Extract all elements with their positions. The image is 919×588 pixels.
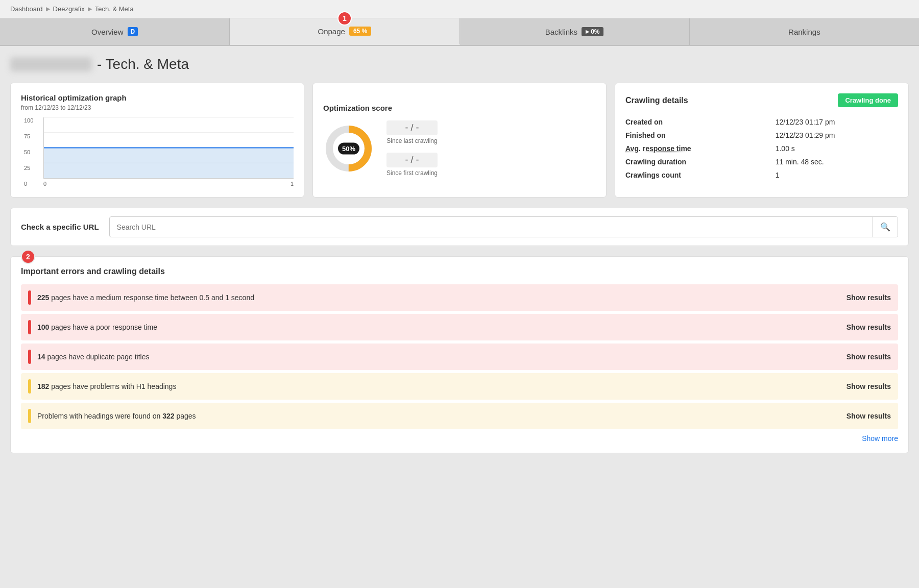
error-show-results-button[interactable]: Show results (847, 323, 891, 331)
score-since-first: - / - Since first crawling (386, 153, 438, 177)
error-rows-container: 225 pages have a medium response time be… (21, 284, 898, 429)
crawl-table-row: Finished on12/12/23 01:29 pm (625, 129, 898, 142)
error-row[interactable]: Problems with headings were found on 322… (21, 403, 898, 429)
error-indicator (28, 290, 31, 305)
show-more-button[interactable]: Show more (862, 434, 898, 443)
error-row[interactable]: 182 pages have problems with H1 headings… (21, 373, 898, 400)
url-search-input[interactable] (110, 218, 873, 236)
page-title-text: - Tech. & Meta (97, 56, 189, 72)
crawl-row-value: 12/12/23 01:29 pm (776, 129, 898, 142)
url-check-label: Check a specific URL (21, 223, 99, 231)
tab-backlinks-label: Backlinks (545, 28, 577, 36)
svg-marker-4 (44, 148, 294, 179)
crawl-row-value: 11 min. 48 sec. (776, 155, 898, 168)
crawl-header: Crawling details Crawling done (625, 93, 898, 107)
error-bold: 14 (37, 353, 45, 361)
crawl-row-label: Crawling duration (625, 155, 776, 168)
score-content: 50% - / - Since last crawling - / - Sinc… (323, 120, 596, 177)
crawl-row-label: Crawlings count (625, 168, 776, 182)
page-title: - Tech. & Meta (10, 56, 909, 72)
error-show-results-button[interactable]: Show results (847, 353, 891, 361)
crawl-row-label: Finished on (625, 129, 776, 142)
tab-backlinks[interactable]: Backlinks 0% (460, 18, 690, 45)
crawl-table-row: Created on12/12/23 01:17 pm (625, 115, 898, 129)
tab-overview-label: Overview (91, 28, 124, 36)
error-text: 225 pages have a medium response time be… (37, 293, 847, 302)
breadcrumb: Dashboard ▶ Deezgrafix ▶ Tech. & Meta (0, 0, 919, 18)
score-since-last-value: - / - (386, 120, 438, 135)
error-indicator (28, 320, 31, 334)
error-text: 100 pages have a poor response time (37, 323, 847, 331)
main-content: - Tech. & Meta Historical optimization g… (0, 46, 919, 463)
show-more-link: Show more (21, 434, 898, 443)
crawl-title: Crawling details (625, 96, 688, 105)
tab-backlinks-badge: 0% (582, 27, 603, 36)
tab-rankings[interactable]: Rankings (690, 18, 919, 45)
error-show-results-button[interactable]: Show results (847, 382, 891, 390)
crawl-table-row: Avg. response time1.00 s (625, 142, 898, 155)
score-values: - / - Since last crawling - / - Since fi… (386, 120, 438, 177)
error-bold: 322 (162, 412, 174, 420)
crawling-done-badge: Crawling done (838, 93, 898, 107)
score-since-first-label: Since first crawling (386, 169, 438, 177)
score-since-last: - / - Since last crawling (386, 120, 438, 144)
error-row[interactable]: 225 pages have a medium response time be… (21, 284, 898, 311)
step-2-circle: 2 (21, 250, 35, 264)
crawl-row-label: Created on (625, 115, 776, 129)
errors-title: Important errors and crawling details (21, 267, 898, 276)
error-text: Problems with headings were found on 322… (37, 412, 847, 420)
error-row[interactable]: 100 pages have a poor response timeShow … (21, 314, 898, 340)
crawl-row-value: 1.00 s (776, 142, 898, 155)
step-1-circle: 1 (337, 11, 352, 26)
chart-svg (43, 117, 294, 179)
crawl-table-row: Crawling duration11 min. 48 sec. (625, 155, 898, 168)
error-bold: 100 (37, 323, 49, 331)
search-icon: 🔍 (880, 223, 890, 231)
chart-y-labels: 100 75 50 25 0 (24, 117, 33, 187)
page-title-blur (10, 57, 92, 71)
url-search-button[interactable]: 🔍 (873, 217, 898, 237)
error-indicator (28, 350, 31, 364)
breadcrumb-deezgrafix[interactable]: Deezgrafix (53, 5, 85, 13)
crawl-table: Created on12/12/23 01:17 pmFinished on12… (625, 115, 898, 182)
error-text: 14 pages have duplicate page titles (37, 353, 847, 361)
error-indicator (28, 379, 31, 394)
optimization-score-card: Optimization score 50% - / - (312, 83, 607, 198)
graph-title: Historical optimization graph (21, 93, 294, 102)
score-since-first-value: - / - (386, 153, 438, 167)
error-show-results-button[interactable]: Show results (847, 412, 891, 420)
error-row[interactable]: 14 pages have duplicate page titlesShow … (21, 344, 898, 370)
error-bold: 225 (37, 293, 49, 302)
cards-row: Historical optimization graph from 12/12… (10, 83, 909, 198)
tab-bar: Overview D 1 Onpage 65 % Backlinks 0% Ra… (0, 18, 919, 46)
breadcrumb-sep-2: ▶ (88, 6, 92, 12)
breadcrumb-dashboard[interactable]: Dashboard (10, 5, 43, 13)
url-check-card: Check a specific URL 🔍 (10, 208, 909, 246)
error-indicator (28, 409, 31, 423)
url-search-wrapper[interactable]: 🔍 (109, 216, 898, 237)
donut-wrapper: 50% (323, 123, 374, 174)
tab-overview-badge: D (128, 27, 138, 36)
error-text: 182 pages have problems with H1 headings (37, 382, 847, 390)
crawling-details-card: Crawling details Crawling done Created o… (615, 83, 909, 198)
crawl-row-label: Avg. response time (625, 142, 776, 155)
tab-onpage-badge: 65 % (349, 27, 371, 36)
breadcrumb-sep-1: ▶ (46, 6, 50, 12)
historical-graph-card: Historical optimization graph from 12/12… (10, 83, 304, 198)
tab-onpage[interactable]: 1 Onpage 65 % (230, 18, 460, 45)
crawl-row-value: 1 (776, 168, 898, 182)
tab-rankings-label: Rankings (788, 28, 820, 36)
error-show-results-button[interactable]: Show results (847, 293, 891, 302)
donut-label: 50% (338, 143, 359, 155)
score-title: Optimization score (323, 104, 596, 112)
tab-overview[interactable]: Overview D (0, 18, 230, 45)
breadcrumb-current: Tech. & Meta (95, 5, 134, 13)
score-since-last-label: Since last crawling (386, 137, 438, 144)
graph-date-range: from 12/12/23 to 12/12/23 (21, 104, 294, 111)
errors-section: 2 Important errors and crawling details … (10, 256, 909, 453)
tab-onpage-label: Onpage (318, 27, 345, 36)
error-bold: 182 (37, 382, 49, 390)
chart-wrapper: 100 75 50 25 0 (39, 117, 294, 187)
chart-x-labels: 0 1 (43, 181, 294, 187)
crawl-row-value: 12/12/23 01:17 pm (776, 115, 898, 129)
